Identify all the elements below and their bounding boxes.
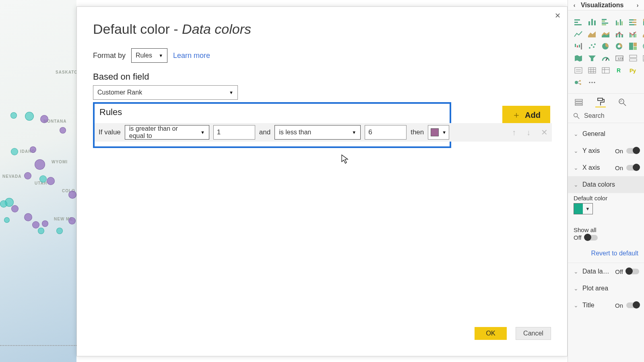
viz-donut-icon[interactable] [615, 42, 624, 51]
learn-more-link[interactable]: Learn more [173, 51, 210, 60]
rules-section-highlight: Rules If value is greater than or equal … [93, 102, 451, 148]
svg-rect-54 [630, 59, 637, 61]
toggle-title[interactable]: On [615, 302, 639, 309]
svg-rect-6 [602, 19, 607, 20]
svg-rect-15 [634, 19, 636, 21]
viz-area-icon[interactable] [587, 30, 597, 39]
format-item-show-all[interactable]: Off [568, 234, 644, 246]
chevron-down-icon: ⌄ [574, 148, 579, 154]
viz-ribbon-icon[interactable] [642, 30, 644, 39]
toggle-data-labels[interactable]: Off [615, 268, 639, 275]
move-down-icon[interactable]: ↓ [526, 128, 530, 137]
viz-funnel-icon[interactable] [587, 54, 597, 63]
viz-waterfall-icon[interactable] [574, 42, 583, 51]
viz-stacked-column-icon[interactable] [587, 18, 597, 27]
viz-treemap-icon[interactable] [628, 42, 638, 51]
svg-rect-59 [588, 68, 596, 73]
format-item-plot-area[interactable]: ⌄ Plot area [568, 280, 644, 297]
toggle-show-all[interactable]: Off [574, 234, 598, 241]
viz-100-stacked-column-icon[interactable] [642, 18, 644, 27]
based-on-field-select[interactable]: Customer Rank▼ [93, 85, 238, 100]
viz-stacked-area-icon[interactable] [601, 30, 611, 39]
svg-rect-2 [574, 24, 582, 25]
format-item-y-axis[interactable]: ⌄ Y axis On [568, 142, 644, 159]
svg-rect-56 [575, 68, 582, 73]
viz-multi-row-card-icon[interactable] [628, 54, 638, 63]
viz-key-influencers-icon[interactable] [574, 78, 583, 87]
add-rule-button[interactable]: ＋ Add [502, 106, 550, 124]
svg-rect-35 [579, 45, 580, 47]
svg-rect-33 [575, 44, 576, 47]
viz-gauge-icon[interactable] [601, 54, 611, 63]
svg-line-72 [578, 81, 580, 82]
chevron-down-icon: ⌄ [574, 302, 579, 309]
svg-rect-7 [602, 21, 605, 22]
rule-value-2[interactable]: 6 [365, 125, 407, 140]
viz-line-stacked-column-icon[interactable] [615, 30, 624, 39]
viz-filled-map-icon[interactable] [574, 54, 583, 63]
delete-rule-icon[interactable]: ✕ [541, 128, 548, 137]
format-item-title[interactable]: ⌄ Title On [568, 297, 644, 314]
viz-kpi-icon[interactable] [642, 54, 644, 63]
svg-rect-77 [575, 99, 582, 101]
viz-pie-icon[interactable] [601, 42, 611, 51]
visualizations-title: Visualizations [581, 2, 623, 9]
ok-button[interactable]: OK [475, 327, 507, 340]
visualizations-pane: ‹ Visualizations › 123 [568, 0, 644, 362]
viz-clustered-bar-icon[interactable] [601, 18, 611, 27]
rule-value-1[interactable]: 1 [213, 125, 255, 140]
svg-rect-32 [635, 34, 636, 37]
viz-map-icon[interactable] [642, 42, 644, 51]
viz-stacked-bar-icon[interactable] [574, 18, 583, 27]
svg-rect-10 [616, 21, 617, 25]
rule-color-picker[interactable]: ▼ [428, 125, 449, 140]
viz-matrix-icon[interactable] [601, 66, 611, 75]
rule-operator-2[interactable]: is less than▼ [275, 125, 361, 140]
map-label: WYOMI [52, 160, 68, 164]
format-item-x-axis[interactable]: ⌄ X axis On [568, 159, 644, 176]
viz-more-icon[interactable] [587, 78, 597, 87]
svg-text:123: 123 [617, 57, 623, 60]
format-by-select[interactable]: Rules▼ [131, 48, 167, 63]
format-item-default-color: Default color [568, 193, 644, 203]
svg-rect-64 [602, 68, 609, 73]
visualization-type-grid: 123 R Py [568, 10, 644, 91]
search-label: Search [584, 112, 605, 119]
chevron-right-icon[interactable]: › [634, 2, 641, 8]
format-item-general[interactable]: ⌄ General [568, 125, 644, 142]
default-color-swatch [574, 204, 583, 214]
map-canvas: SASKATCH MONTANA IDAHO WYOMI NEVADA UTAH… [0, 0, 76, 362]
format-search[interactable]: Search [568, 110, 644, 123]
viz-100-stacked-bar-icon[interactable] [628, 18, 638, 27]
move-up-icon[interactable]: ↑ [512, 128, 516, 137]
format-item-data-labels[interactable]: ⌄ Data labels Off [568, 263, 644, 280]
default-color-picker[interactable]: ▼ [568, 203, 644, 219]
analytics-magnifier-icon[interactable] [617, 97, 627, 107]
fields-well-icon[interactable] [574, 97, 584, 107]
chevron-down-icon: ⌄ [574, 131, 579, 137]
svg-point-38 [591, 44, 592, 46]
format-roller-icon[interactable] [595, 97, 606, 107]
svg-rect-19 [634, 24, 636, 25]
rules-heading: Rules [98, 105, 446, 123]
chevron-down-icon: ⌄ [574, 285, 579, 292]
viz-r-script-icon[interactable]: R [615, 66, 624, 75]
viz-scatter-icon[interactable] [587, 42, 597, 51]
format-item-data-colors[interactable]: ⌄ Data colors [568, 176, 644, 193]
svg-rect-3 [588, 21, 590, 25]
chevron-left-icon[interactable]: ‹ [571, 2, 578, 8]
viz-card-icon[interactable]: 123 [615, 54, 624, 63]
cancel-button[interactable]: Cancel [516, 327, 551, 340]
viz-python-icon[interactable]: Py [628, 66, 638, 75]
viz-line-icon[interactable] [574, 30, 583, 39]
viz-table-icon[interactable] [587, 66, 597, 75]
viz-clustered-column-icon[interactable] [615, 18, 624, 27]
viz-slicer-icon[interactable] [574, 66, 583, 75]
viz-line-clustered-column-icon[interactable] [628, 30, 638, 39]
rule-operator-1[interactable]: is greater than or equal to▼ [125, 125, 209, 140]
svg-line-73 [578, 83, 580, 84]
svg-line-84 [577, 117, 579, 119]
toggle-x-axis[interactable]: On [615, 165, 639, 171]
revert-to-default-link[interactable]: Revert to default [568, 246, 644, 263]
toggle-y-axis[interactable]: On [615, 148, 639, 154]
